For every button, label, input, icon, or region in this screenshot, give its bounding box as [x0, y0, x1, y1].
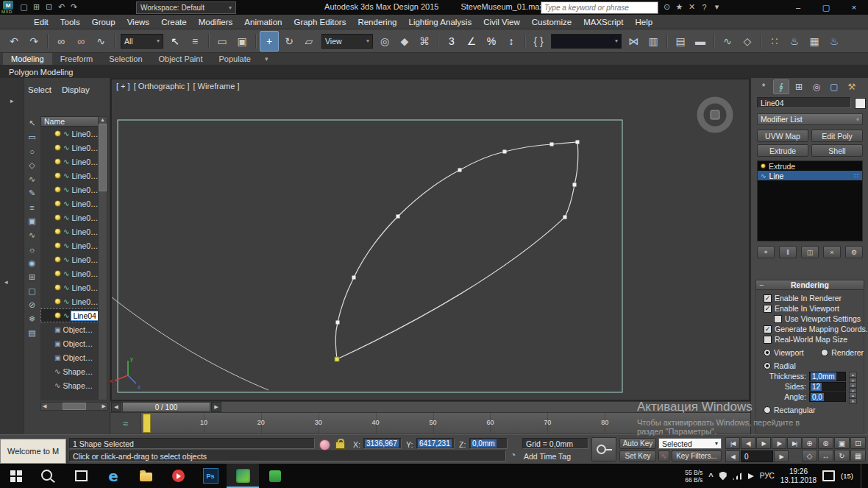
- menu-item-graph-editors[interactable]: Graph Editors: [294, 18, 346, 26]
- previous-frame-button[interactable]: ◀|: [741, 437, 755, 449]
- modifier-stack-item[interactable]: Extrude: [758, 161, 862, 171]
- bulb-icon[interactable]: [54, 228, 61, 235]
- viewport[interactable]: [ + ] [ Orthographic ] [ Wireframe ] xyz: [110, 78, 750, 401]
- ribbon-tab-modeling[interactable]: Modeling: [3, 53, 52, 65]
- file-explorer-icon[interactable]: [129, 464, 162, 488]
- select-and-link-icon[interactable]: ∞: [51, 31, 71, 52]
- object-color-swatch[interactable]: [855, 98, 866, 109]
- close-button[interactable]: ×: [840, 0, 868, 15]
- help-menu-arrow-icon[interactable]: ▾: [711, 1, 723, 13]
- se-select-children-icon[interactable]: ≡: [24, 200, 40, 214]
- spinner-field-sides[interactable]: 12: [809, 382, 846, 392]
- se-fence-region-icon[interactable]: ◇: [24, 158, 40, 172]
- next-frame-mini-button[interactable]: ▶: [211, 402, 221, 412]
- object-name-field[interactable]: Line04: [757, 97, 851, 108]
- unlink-selection-icon[interactable]: ∞: [71, 31, 90, 52]
- se-rect-region-icon[interactable]: ▭: [24, 130, 40, 144]
- remove-modifier-icon[interactable]: ×: [823, 246, 841, 258]
- undo-small-icon[interactable]: ↶: [55, 1, 68, 13]
- se-filter-lights-icon[interactable]: ☼: [24, 242, 40, 256]
- schematic-view-icon[interactable]: ◇: [738, 31, 757, 52]
- explorer-row[interactable]: ∿Shape…: [40, 364, 99, 378]
- ribbon-tab-populate[interactable]: Populate: [210, 53, 258, 65]
- hierarchy-tab-icon[interactable]: ⊞: [791, 79, 807, 94]
- 3dsmax-icon[interactable]: [227, 464, 259, 488]
- network-icon[interactable]: [733, 473, 742, 480]
- zoom-all-icon[interactable]: ⊛: [818, 437, 833, 449]
- new-scene-icon[interactable]: ▢: [18, 1, 30, 13]
- checkbox-enable-in-renderer[interactable]: ✓: [764, 294, 772, 303]
- render-production-icon[interactable]: ♨: [825, 31, 844, 52]
- spin-up-icon[interactable]: ▴: [849, 372, 857, 378]
- go-to-end-button[interactable]: ▶|: [787, 437, 802, 449]
- checkbox-enable-in-viewport[interactable]: ✓: [764, 305, 772, 313]
- named-selection-set-dropdown[interactable]: ▾: [551, 34, 622, 49]
- next-key-button[interactable]: ▶: [774, 450, 789, 462]
- pin-stack-icon[interactable]: ⌖: [757, 246, 775, 258]
- open-file-icon[interactable]: ⊞: [30, 1, 43, 13]
- se-circle-region-icon[interactable]: ○: [24, 144, 40, 158]
- select-and-scale-icon[interactable]: ▱: [299, 31, 319, 52]
- bind-to-space-warp-icon[interactable]: ∿: [91, 31, 110, 52]
- se-paint-region-icon[interactable]: ✎: [24, 186, 40, 200]
- bulb-icon[interactable]: [54, 158, 61, 165]
- set-keys-button[interactable]: [591, 437, 616, 462]
- bulb-icon[interactable]: [54, 298, 61, 305]
- se-filter-geometry-icon[interactable]: ▣: [24, 214, 40, 228]
- minimize-button[interactable]: –: [784, 0, 812, 15]
- key-filter-dropdown[interactable]: Selected ▾: [658, 438, 722, 449]
- select-and-manipulate-icon[interactable]: ◆: [395, 31, 414, 52]
- search-go-icon[interactable]: ⊙: [661, 1, 673, 13]
- zoom-extents-icon[interactable]: ▣: [834, 437, 850, 449]
- make-unique-icon[interactable]: ◫: [801, 246, 819, 258]
- selection-lock-icon[interactable]: [335, 442, 345, 449]
- menu-item-lighting-analysis[interactable]: Lighting Analysis: [408, 18, 472, 26]
- welcome-window[interactable]: Welcome to M: [0, 439, 66, 464]
- add-time-tag[interactable]: Add Time Tag: [524, 452, 571, 461]
- spinner-arrows[interactable]: ▴▾: [849, 372, 857, 381]
- explorer-row[interactable]: ∿Line0…: [40, 224, 99, 238]
- se-filter-helpers-icon[interactable]: ⊞: [24, 270, 40, 284]
- redo-small-icon[interactable]: ↷: [68, 1, 80, 13]
- community-icon[interactable]: ★: [673, 1, 686, 13]
- se-hide-icon[interactable]: ⊘: [24, 298, 40, 312]
- bulb-icon[interactable]: [54, 256, 61, 263]
- viewport-menu-view[interactable]: [ Orthographic ]: [134, 82, 190, 91]
- radio-radial[interactable]: [764, 362, 771, 369]
- previous-frame-mini-button[interactable]: ◀: [111, 402, 121, 412]
- menu-item-views[interactable]: Views: [127, 18, 149, 26]
- select-and-rotate-icon[interactable]: ↻: [280, 31, 299, 52]
- explorer-horizontal-scrollbar[interactable]: ◀ ▶: [40, 402, 108, 411]
- spinner-arrows[interactable]: ▴▾: [849, 382, 857, 392]
- se-select-object-icon[interactable]: ↖: [24, 116, 40, 130]
- explorer-row[interactable]: ∿Line0…: [40, 211, 99, 224]
- percent-snap-icon[interactable]: %: [482, 31, 501, 52]
- menu-item-maxscript[interactable]: MAXScript: [583, 18, 623, 26]
- checkbox-generate-mapping-coords[interactable]: ✓: [764, 325, 772, 333]
- default-in-out-tangents-icon[interactable]: ∿: [658, 450, 669, 462]
- help-icon[interactable]: ?: [698, 1, 711, 13]
- se-lasso-region-icon[interactable]: ∿: [24, 172, 40, 186]
- render-setup-icon[interactable]: ♨: [785, 31, 804, 52]
- edit-poly-button[interactable]: Edit Poly: [811, 130, 863, 142]
- bulb-icon[interactable]: [54, 284, 61, 291]
- explorer-row[interactable]: ∿Line0…: [40, 266, 99, 280]
- explorer-vertical-scrollbar[interactable]: ▲: [98, 116, 107, 400]
- checkbox-use-viewport-settings[interactable]: [774, 315, 782, 323]
- fov-icon[interactable]: ◇: [802, 450, 817, 462]
- auto-key-button[interactable]: Auto Key: [619, 438, 656, 449]
- bulb-icon[interactable]: [54, 144, 61, 151]
- screen-recorder-icon[interactable]: [259, 464, 291, 488]
- explorer-row[interactable]: ▣Object…: [40, 322, 99, 336]
- bulb-icon[interactable]: [54, 172, 61, 179]
- use-pivot-point-icon[interactable]: ◎: [375, 31, 394, 52]
- current-frame-field[interactable]: 0: [741, 450, 773, 462]
- start-button[interactable]: [0, 464, 32, 488]
- align-icon[interactable]: ▥: [644, 31, 663, 52]
- selection-filter-dropdown[interactable]: All▾: [121, 34, 163, 49]
- explorer-row[interactable]: ∿Line0…: [40, 169, 99, 183]
- search-input[interactable]: [541, 2, 658, 13]
- key-filters-button[interactable]: Key Filters...: [672, 450, 722, 462]
- explorer-row[interactable]: ∿Line0…: [40, 238, 99, 252]
- open-mini-curve-editor-icon[interactable]: ≈: [110, 413, 141, 434]
